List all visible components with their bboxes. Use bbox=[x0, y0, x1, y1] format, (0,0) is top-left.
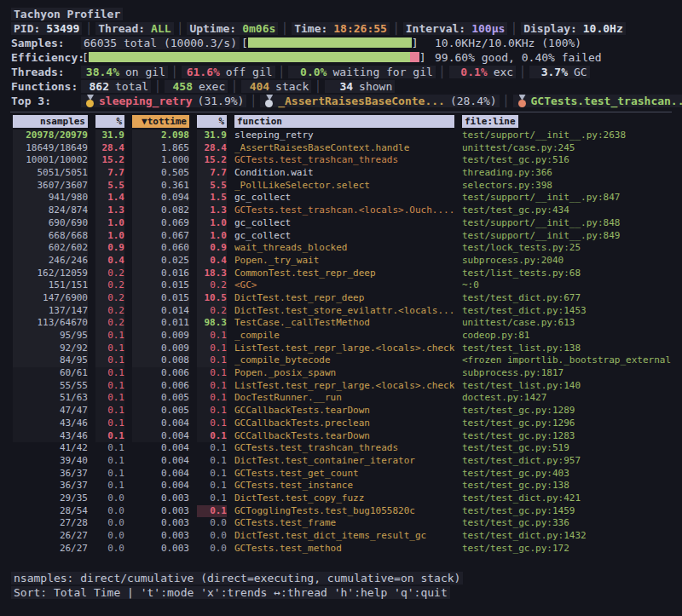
function-cell: CommonTest.test_repr_deep bbox=[234, 268, 454, 280]
direct-pct-cell: 1.0 bbox=[95, 217, 124, 230]
table-row[interactable]: 941/9801.40.0941.5gc_collecttest/support… bbox=[13, 192, 682, 204]
nsamples-cell: 36/37 bbox=[13, 468, 88, 481]
function-cell: TestCase._callTestMethod bbox=[234, 317, 454, 330]
table-row[interactable]: 28/540.00.0030.1GCTogglingTests.test_bug… bbox=[13, 505, 682, 518]
function-stat-item: 34shown bbox=[325, 80, 395, 93]
cumulative-pct-cell: 98.3 bbox=[197, 317, 227, 330]
function-cell: gc_collect bbox=[234, 230, 454, 243]
function-stat-item-label: shown bbox=[353, 80, 392, 93]
nsamples-cell: 147/6900 bbox=[13, 292, 88, 305]
column-header-file-line[interactable]: file:line bbox=[462, 115, 518, 128]
table-row[interactable]: 147/69000.20.01510.5DictTest.test_repr_d… bbox=[13, 292, 682, 305]
table-row[interactable]: 27/280.00.0030.0GCTests.test_frametest/t… bbox=[13, 517, 682, 530]
threads-line: Threads:38.4%on gil│61.6%off gil│0.0%wai… bbox=[11, 65, 682, 79]
table-row[interactable]: 43/460.10.0040.1GCCallbackTests.tearDown… bbox=[13, 430, 682, 443]
interval-value: 100µs bbox=[471, 22, 505, 35]
table-row[interactable]: 36/370.10.0040.1GCTests.test_instancetes… bbox=[13, 480, 682, 492]
column-header-direct-pct[interactable]: % bbox=[95, 115, 124, 128]
column-header-function[interactable]: function bbox=[234, 115, 454, 128]
column-header-cumulative-pct[interactable]: % bbox=[197, 115, 227, 128]
table-row[interactable]: 824/8741.30.0821.3GCTests.test_trashcan.… bbox=[13, 204, 682, 217]
direct-pct-cell: 0.0 bbox=[95, 517, 124, 530]
table-row[interactable]: 246/2460.40.0250.4Popen._try_waitsubproc… bbox=[13, 255, 682, 268]
table-row[interactable]: 151/1510.20.0150.2<GC>~:0 bbox=[13, 279, 682, 292]
function-cell: GCTests.test_frame bbox=[234, 517, 454, 530]
table-row[interactable]: 5051/50517.70.5057.7Condition.waitthread… bbox=[13, 167, 682, 180]
table-row[interactable]: 60/610.10.0060.1Popen._posix_spawnsubpro… bbox=[13, 367, 682, 380]
table-row[interactable]: 41/420.10.0040.1GCTests.test_trashcan_th… bbox=[13, 442, 682, 455]
table-row[interactable]: 137/1470.20.0140.2DictTest.test_store_ev… bbox=[13, 305, 682, 318]
table-row[interactable]: 47/470.10.0050.1GCCallbackTests.tearDown… bbox=[13, 405, 682, 417]
direct-pct-cell: 0.4 bbox=[95, 255, 124, 268]
threads-label: Threads: bbox=[11, 65, 81, 79]
table-row[interactable]: 29/350.00.0030.1DictTest.test_copy_fuzzt… bbox=[13, 492, 682, 505]
direct-pct-cell: 0.2 bbox=[95, 317, 124, 330]
table-row[interactable]: 113/646700.20.01198.3TestCase._callTestM… bbox=[13, 317, 682, 330]
separator: │ bbox=[311, 80, 325, 93]
tottime-cell: 0.009 bbox=[132, 343, 189, 355]
direct-pct-cell: 0.1 bbox=[95, 417, 124, 430]
separator: │ bbox=[228, 80, 241, 93]
display-value: 10.0Hz bbox=[583, 22, 623, 35]
table-row[interactable]: 10001/1000215.21.00015.2GCTests.test_tra… bbox=[13, 154, 682, 167]
file-line-cell: selectors.py:398 bbox=[462, 180, 682, 193]
file-line-cell: test/test_gc.py:1296 bbox=[462, 417, 682, 430]
table-row[interactable]: 36/370.10.0040.1GCTests.test_get_countte… bbox=[13, 468, 682, 481]
table-row[interactable]: 51/630.10.0050.1DocTestRunner.__rundocte… bbox=[13, 392, 682, 405]
table-row[interactable]: 26/270.00.0030.0DictTest.test_dict_items… bbox=[13, 530, 682, 543]
efficiency-line: Efficiency:[]99.60% good, 0.40% failed bbox=[11, 50, 682, 65]
thread-stat: Thread:ALL bbox=[95, 22, 173, 35]
column-header-nsamples[interactable]: nsamples bbox=[13, 115, 88, 128]
nsamples-cell: 47/47 bbox=[13, 405, 88, 417]
table-row[interactable]: 602/6020.90.0600.9wait_threads_blockedte… bbox=[13, 242, 682, 255]
function-cell: gc_collect bbox=[234, 217, 454, 230]
file-line-cell: test/test_dict.py:1453 bbox=[462, 305, 682, 318]
function-cell: Condition.wait bbox=[234, 167, 454, 180]
function-cell: DictTest.test_dict_items_result_gc bbox=[234, 530, 454, 543]
efficiency-label: Efficiency: bbox=[11, 51, 84, 64]
table-row[interactable]: 92/920.10.0090.1ListTest.test_repr_large… bbox=[13, 343, 682, 355]
table-row[interactable]: 690/6901.00.0691.0gc_collecttest/support… bbox=[13, 217, 682, 230]
table-row[interactable]: 39/400.10.0040.1DictTest.test_container_… bbox=[13, 455, 682, 468]
table-row[interactable]: 668/6681.00.0671.0gc_collecttest/support… bbox=[13, 230, 682, 243]
separator: │ bbox=[436, 66, 449, 78]
table-row[interactable]: 162/120590.20.01618.3CommonTest.test_rep… bbox=[13, 268, 682, 280]
samples-bar-fill bbox=[248, 37, 412, 48]
top3-item: _AssertRaisesBaseConte...(28.4%) bbox=[260, 95, 499, 107]
file-line-cell: test/support/__init__.py:849 bbox=[462, 230, 682, 243]
table-row[interactable]: 55/550.10.0060.1ListTest.test_repr_large… bbox=[13, 380, 682, 393]
table-row[interactable]: 95/950.10.0090.1_compilecodeop.py:81 bbox=[13, 330, 682, 343]
file-line-cell: test/lock_tests.py:25 bbox=[462, 242, 682, 255]
direct-pct-cell: 7.7 bbox=[95, 167, 124, 180]
function-cell: ListTest.test_repr_large.<locals>.check bbox=[234, 380, 454, 393]
pid-stat: PID:53499 bbox=[11, 22, 82, 35]
function-stat-item: 458exec bbox=[165, 80, 228, 93]
table-row[interactable]: 3607/36075.50.3615.5_PollLikeSelector.se… bbox=[13, 180, 682, 193]
profile-table: nsamples % ▼tottime % function file:line… bbox=[0, 115, 682, 555]
file-line-cell: ~:0 bbox=[462, 279, 682, 292]
file-line-cell: test/test_gc.py:138 bbox=[462, 480, 682, 492]
nsamples-cell: 3607/3607 bbox=[13, 180, 88, 193]
table-row[interactable]: 26/270.00.0030.0GCTests.test_methodtest/… bbox=[13, 543, 682, 556]
nsamples-cell: 137/147 bbox=[13, 305, 88, 318]
tottime-cell: 1.865 bbox=[132, 142, 189, 155]
function-stat-item-label: total bbox=[109, 80, 148, 93]
tottime-cell: 0.505 bbox=[132, 167, 189, 180]
direct-pct-cell: 1.0 bbox=[95, 230, 124, 243]
tottime-cell: 0.005 bbox=[132, 405, 189, 417]
file-line-cell: test/test_gc.py:1459 bbox=[462, 505, 682, 518]
table-row[interactable]: 20978/2097931.92.09831.9sleeping_retryte… bbox=[13, 130, 682, 142]
top3-item: sleeping_retry(31.9%) bbox=[81, 95, 246, 107]
thread-stat-item: 61.6%off gil bbox=[182, 66, 275, 78]
nsamples-cell: 39/40 bbox=[13, 455, 88, 468]
function-stat-item-value: 458 bbox=[167, 79, 193, 94]
top3-function-name: GCTests.test_trashcan... bbox=[531, 95, 682, 107]
table-row[interactable]: 43/460.10.0040.1GCCallbackTests.preclean… bbox=[13, 417, 682, 430]
table-row[interactable]: 18649/1864928.41.86528.4_AssertRaisesBas… bbox=[13, 142, 682, 155]
cumulative-pct-cell: 28.4 bbox=[197, 142, 227, 155]
column-header-tottime-sorted[interactable]: ▼tottime bbox=[132, 115, 189, 128]
thread-stat-item-label: GC bbox=[568, 66, 587, 78]
table-row[interactable]: 84/950.10.0080.1_compile_bytecode<frozen… bbox=[13, 354, 682, 367]
file-line-cell: test/support/__init__.py:2638 bbox=[462, 130, 682, 142]
file-line-cell: unittest/case.py:613 bbox=[462, 317, 682, 330]
